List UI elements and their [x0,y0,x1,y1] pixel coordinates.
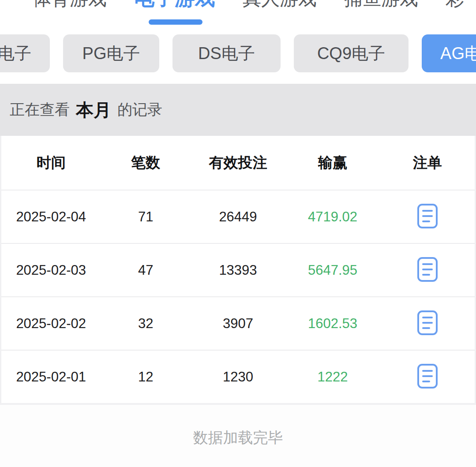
table-row: 2025-02-02 32 3907 1602.53 [1,297,475,351]
tab-live[interactable]: 真人游戏 [243,0,317,8]
row-valid-bet: 3907 [191,315,285,332]
header-bet-slip: 注单 [380,154,475,172]
banner-suffix: 的记录 [117,100,162,120]
table-header-row: 时间 笔数 有效投注 输赢 注单 [1,136,475,191]
chip-ag[interactable]: AG电子 [422,34,476,72]
chip-electronic[interactable]: 电子 [0,34,50,72]
document-list-icon [417,364,438,390]
row-count: 32 [101,315,191,332]
chip-pg[interactable]: PG电子 [63,34,159,72]
records-table: 时间 笔数 有效投注 输赢 注单 2025-02-04 71 26449 471… [0,136,476,405]
row-win-loss: 1602.53 [285,315,380,332]
tab-electronic[interactable]: 电子游戏 [134,0,215,8]
active-tab-indicator [149,19,202,25]
bet-slip-button[interactable] [416,310,439,337]
tab-list: 体育游戏 电子游戏 真人游戏 捕鱼游戏 彩 [33,0,464,8]
game-category-tabbar: 体育游戏 电子游戏 真人游戏 捕鱼游戏 彩 [0,0,476,34]
list-footer: 数据加载完毕 [0,405,476,467]
row-count: 12 [101,369,191,385]
viewing-period-banner: 正在查看 本月 的记录 [0,84,476,136]
bet-slip-button[interactable] [416,257,439,284]
row-date: 2025-02-03 [1,262,101,278]
header-win-loss: 输赢 [285,154,380,172]
row-valid-bet: 13393 [191,262,285,278]
document-list-icon [417,257,438,283]
table-row: 2025-02-04 71 26449 4719.02 [1,191,475,244]
row-date: 2025-02-01 [1,369,101,385]
provider-filter-bar: 电子 PG电子 DS电子 CQ9电子 AG电子 [0,34,476,84]
row-win-loss: 5647.95 [285,262,380,278]
row-valid-bet: 1230 [191,369,285,385]
bet-slip-button[interactable] [416,363,439,391]
tab-lottery[interactable]: 彩 [446,0,464,8]
bet-slip-button[interactable] [416,203,439,231]
banner-period: 本月 [76,98,111,122]
header-count: 笔数 [101,154,191,172]
banner-prefix: 正在查看 [10,100,70,120]
row-count: 71 [101,209,191,225]
provider-chip-list: 电子 PG电子 DS电子 CQ9电子 AG电子 [0,34,476,72]
tab-fishing[interactable]: 捕鱼游戏 [344,0,418,8]
document-list-icon [417,310,438,336]
row-win-loss: 1222 [285,369,380,385]
row-win-loss: 4719.02 [285,209,380,225]
load-complete-message: 数据加载完毕 [193,428,283,467]
row-valid-bet: 26449 [191,209,285,225]
row-count: 47 [101,262,191,278]
table-row: 2025-02-03 47 13393 5647.95 [1,244,475,297]
table-row: 2025-02-01 12 1230 1222 [1,351,475,403]
chip-ds[interactable]: DS电子 [172,34,281,72]
row-date: 2025-02-02 [1,315,101,332]
document-list-icon [417,204,438,230]
chip-cq9[interactable]: CQ9电子 [294,34,409,72]
header-time: 时间 [1,154,101,172]
row-date: 2025-02-04 [1,209,101,225]
tab-sports[interactable]: 体育游戏 [33,0,107,8]
header-valid-bet: 有效投注 [191,154,285,172]
